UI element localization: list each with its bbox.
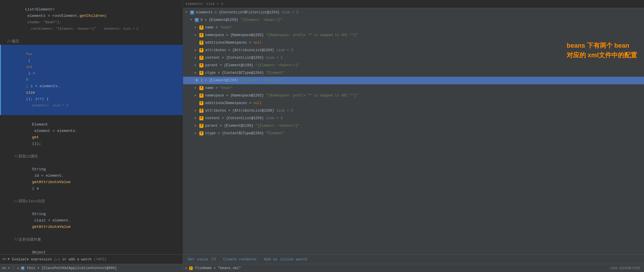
create-renderer-link[interactable]: Create renderer [223,257,257,262]
actions-bar: Set value F2 Create renderer Add as inli… [183,255,644,264]
code-line-9: //反射创建对象 [0,237,183,243]
tree-node-0[interactable]: 0 = {Element@1259} "[Element: <bean/>]" [183,16,644,24]
field-icon-1-addns: f [199,101,203,105]
tree-node-1-namespace[interactable]: f namespace = {Namespace@1202} "[Namespa… [183,92,644,99]
tree-arrow-0-namespace[interactable] [195,32,199,38]
tree-node-0-content[interactable]: f content = {ContentList@1265} size = 1 [183,54,644,62]
field-icon-1-namespace: f [199,94,203,98]
tree-arrow-0-content[interactable] [195,55,199,61]
field-icon-0-addns: f [199,41,203,45]
tree-node-0-parent[interactable]: f parent = {Element@1199} "[Element: <be… [183,62,644,69]
eval-bar: NG ▼ Evaluate expression (↵) or add a wa… [0,255,183,264]
tree-arrow-1-name[interactable] [195,85,199,91]
ng-footer-label: NG [2,266,6,270]
tree-arrow-0-name[interactable] [195,24,199,31]
debug-header-text: elements: size = 2 [185,2,223,6]
eval-shortcut: (↵) [54,257,60,262]
debug-panel: elements: size = 2 elements = {ContentLi… [183,0,644,254]
tree-arrow-elements[interactable] [185,9,190,16]
set-value-key: F2 [212,257,216,262]
code-line-1: List<Element> elements = rootElement.get… [0,0,183,38]
footer-left: NG ▼ | ▶ this = {ClassPathXmlApplication… [0,266,183,270]
tree-arrow-0[interactable] [190,17,195,23]
tree-node-0-addns[interactable]: f additionalNamespaces = null [183,39,644,46]
tree-arrow-1-attrs[interactable] [195,108,199,114]
filter-icon[interactable]: ▼ [7,257,10,262]
this-item: this = {ClassPathXmlApplicationContext@6… [27,266,117,270]
field-icon-0-name: f [199,26,203,30]
field-icon-0-attrs: f [199,48,203,52]
list-icon-0 [195,18,199,22]
tree-text-elements: elements = {ContentList$FilterList@1254}… [196,9,298,16]
tree-node-elements[interactable]: elements = {ContentList$FilterList@1254}… [183,9,644,16]
code-line-4: Element element = elements. get (i); [0,115,183,153]
code-line-8: String clazz = element. getAttributeValu… [0,205,183,237]
code-line-7: //获取class信息 [0,198,183,205]
tree-node-1-content[interactable]: f content = {ContentList@1269} size = 3 [183,114,644,122]
file-field-icon: f [189,266,193,270]
tree-arrow-1-ctype[interactable] [195,130,199,137]
tree-arrow-1-namespace[interactable] [195,92,199,99]
tree-arrow-0-attrs[interactable] [195,47,199,53]
tree-node-1-addns[interactable]: f additionalNamespaces = null [183,99,644,107]
field-icon-0-content: f [199,56,203,60]
tree-node-1-name[interactable]: f name = "bean" [183,84,644,92]
expand-arrow-ctx[interactable]: ▶ [17,266,19,270]
field-icon-1-ctype: f [199,131,203,135]
code-line-3: for ( int i = 0 ; i < elements. size ();… [0,45,183,115]
bottom-footer: NG ▼ | ▶ this = {ClassPathXmlApplication… [0,264,644,272]
ng-label: NG [2,257,6,261]
tree-arrow-1-content[interactable] [195,115,199,121]
list-icon-1 [195,78,199,83]
tree-node-0-namespace[interactable]: f namespace = {Namespace@1202} "[Namespa… [183,31,644,39]
field-icon-1-parent: f [199,124,203,128]
debug-header: elements: size = 2 [183,0,644,8]
code-line-5: //获取id属性 [0,153,183,160]
tree-node-1-parent[interactable]: f parent = {Element@1199} "[Element: <be… [183,122,644,130]
expand-arrow-file[interactable]: ▶ [185,266,187,270]
ctx-list-icon [21,266,24,270]
debug-tree[interactable]: elements = {ContentList$FilterList@1254}… [183,8,644,254]
tree-node-1-attrs[interactable]: f attributes = {AttributeList@1268} size… [183,107,644,114]
tree-text-0: 0 = {Element@1259} "[Element: <bean/>]" [201,17,282,23]
tree-node-1-ctype[interactable]: f ctype = {Content$CType@1204} "Element" [183,130,644,137]
code-panel: List<Element> elements = rootElement.get… [0,0,183,254]
bottom-section: NG ▼ Evaluate expression (↵) or add a wa… [0,254,644,264]
main-area: List<Element> elements = rootElement.get… [0,0,644,254]
list-icon-elements [190,10,194,15]
tree-node-0-attrs[interactable]: f attributes = {AttributeList@1264} size… [183,46,644,54]
add-inline-watch-link[interactable]: Add as inline watch [264,257,307,262]
field-icon-0-ctype: f [199,71,203,75]
tree-node-1[interactable]: 1 = {Element@1260} "[Element: <bean/>]" [183,77,644,84]
tree-arrow-0-ctype[interactable] [195,70,199,76]
tree-arrow-1-parent[interactable] [195,123,199,129]
field-icon-1-content: f [199,116,203,120]
field-icon-0-namespace: f [199,33,203,37]
tree-arrow-0-parent[interactable] [195,62,199,69]
file-item: fileName = "beans.xml" [195,266,241,270]
watch-shortcut: (⌥⌘F2) [94,257,106,262]
filter-footer-icon[interactable]: ▼ [8,266,10,270]
field-icon-1-name: f [199,86,203,90]
tree-node-0-ctype[interactable]: f ctype = {Content$CType@1204} "Element" [183,69,644,77]
brand-text: CSDN @互联网小阿祥 [610,266,644,270]
code-line-10: Object obj = Class . forName (clazz). ge… [0,243,183,254]
tree-arrow-1[interactable] [190,77,195,84]
eval-text: Evaluate expression (↵) or add a watch (… [12,257,106,262]
field-icon-0-parent: f [199,63,203,67]
code-line-6: String id = element. getAttributeValue (… [0,160,183,198]
set-value-link[interactable]: Set value F2 [188,257,216,262]
code-line-2: //遍历 [0,38,183,45]
field-icon-1-attrs: f [199,109,203,113]
tree-node-0-name[interactable]: f name = "bean" [183,24,644,31]
footer-right: ▶ f fileName = "beans.xml" [183,266,610,270]
